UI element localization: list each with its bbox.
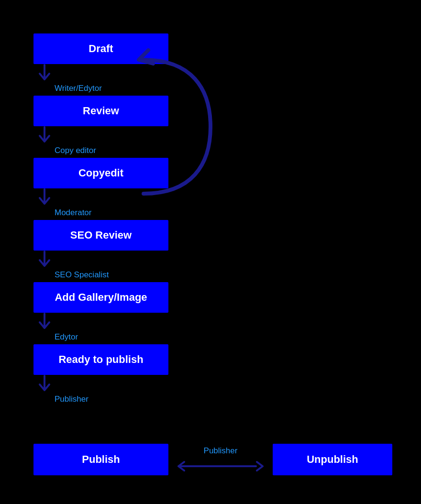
stage-draft[interactable]: Draft [33,33,168,64]
role-seo-specialist: SEO Specialist [33,268,109,282]
workflow-column: Draft Writer/Edytor Review Copy editor C… [33,33,168,406]
role-copy-editor: Copy editor [33,143,96,158]
arrow-copyedit-to-seo [33,188,52,206]
arrow-review-to-copyedit [33,126,52,143]
arrow-draft-to-review [33,64,52,81]
role-writer-edytor: Writer/Edytor [33,81,102,96]
publisher-connector: Publisher [168,446,273,473]
stage-ready-to-publish[interactable]: Ready to publish [33,344,168,375]
double-arrow-icon [177,460,264,473]
role-moderator: Moderator [33,206,91,220]
publisher-connector-label: Publisher [204,446,238,456]
stage-unpublish[interactable]: Unpublish [273,444,392,475]
stage-publish[interactable]: Publish [33,444,168,475]
arrow-seo-to-gallery [33,251,52,268]
role-edytor: Edytor [33,330,78,344]
stage-seo-review[interactable]: SEO Review [33,220,168,251]
arrow-ready-to-publish [33,375,52,392]
role-publisher: Publisher [33,392,89,406]
stage-review[interactable]: Review [33,96,168,126]
arrow-gallery-to-ready [33,313,52,330]
bottom-publish-row: Publish Publisher Unpublish [33,444,392,475]
stage-copyedit[interactable]: Copyedit [33,158,168,188]
stage-add-gallery[interactable]: Add Gallery/Image [33,282,168,313]
